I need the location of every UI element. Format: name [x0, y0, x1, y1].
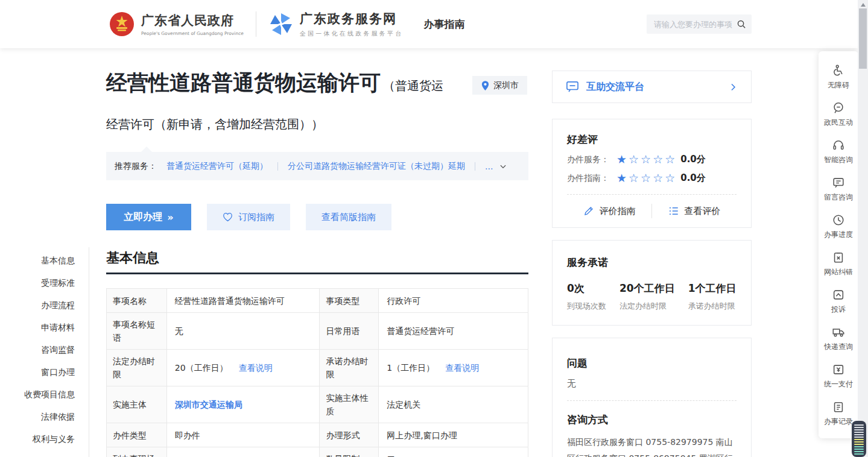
tool-message-consult[interactable]: 留言咨询 — [819, 171, 858, 208]
cell-label: 数量限制 — [320, 447, 379, 457]
service-title: 经营性道路普通货物运输许可 — [106, 71, 381, 95]
cell-label: 日常用语 — [320, 313, 379, 350]
service-guide-page: 广东省人民政府 People's Government of Guangdong… — [0, 0, 868, 457]
table-row: 事项名称 经营性道路普通货物运输许可 事项类型 行政许可 — [107, 289, 528, 313]
floating-toolbar: 无障碍 政民互动 智能咨询 留言咨询 办事进度 网站纠错 — [819, 51, 858, 438]
sidebar-item-window-handling[interactable]: 窗口办理 — [0, 361, 89, 383]
tool-unified-payment[interactable]: 统一支付 — [819, 358, 858, 395]
gov-logo[interactable]: 广东省人民政府 People's Government of Guangdong… — [109, 11, 244, 37]
table-row: 实施主体 深圳市交通运输局 实施主体性质 法定机关 — [107, 386, 528, 423]
cell-value: 即办件 — [166, 423, 320, 447]
cell-value: 深圳市交通运输局 — [166, 386, 320, 423]
sidebar-item-legal-remedy[interactable]: 法律救济 — [0, 450, 89, 457]
star-rating[interactable]: ★☆☆☆☆ — [616, 172, 677, 184]
tool-public-interaction[interactable]: 政民互动 — [819, 96, 858, 133]
scrollbar-thumb[interactable] — [859, 8, 867, 69]
rating-card-footer: 评价指南 查看评价 — [567, 195, 737, 227]
rating-card: 好差评 办件服务： ★☆☆☆☆ 0.0分 办件指南： ★☆☆☆☆ 0.0分 评价… — [552, 119, 752, 228]
view-simple-guide-label: 查看简版指南 — [322, 212, 376, 223]
cell-label: 承诺办结时限 — [320, 350, 379, 386]
clock-icon — [832, 213, 845, 227]
search-icon[interactable] — [737, 19, 747, 30]
gov-logo-subtitle: People's Government of Guangdong Provinc… — [141, 31, 244, 36]
chevron-right-icon — [729, 83, 738, 92]
tool-express-tracking[interactable]: 快递查询 — [819, 320, 858, 358]
gdzwfw-logo[interactable]: 广东政务服务网 全国一体化在线政务服务平台 — [268, 10, 404, 38]
stat-label: 法定办结时限 — [619, 301, 675, 312]
location-selector[interactable]: 深圳市 — [472, 76, 527, 95]
sidebar-item-process[interactable]: 办理流程 — [0, 294, 89, 317]
sidebar-item-acceptance-criteria[interactable]: 受理标准 — [0, 272, 89, 294]
pinwheel-logo-icon — [268, 11, 294, 37]
gdzwfw-logo-subtitle: 全国一体化在线政务服务平台 — [300, 30, 404, 38]
stat-value: 1个工作日 — [688, 282, 737, 295]
cell-value: 20（工作日）查看说明 — [166, 350, 320, 386]
sidebar-item-materials[interactable]: 申请材料 — [0, 317, 89, 339]
scrollbar-up-arrow[interactable] — [861, 3, 866, 7]
service-promise-card: 服务承诺 0次 到现场次数 20个工作日 法定办结时限 1个工作日 承诺办结时限 — [552, 240, 752, 326]
search-input[interactable] — [654, 20, 737, 29]
view-simple-guide-button[interactable]: 查看简版指南 — [306, 204, 391, 230]
header-search-box[interactable] — [647, 14, 752, 34]
table-row: 到办事现场次数 0 数量限制 无 — [107, 447, 528, 457]
section-nav-sidebar: 基本信息 受理标准 办理流程 申请材料 咨询监督 窗口办理 收费项目信息 法律依… — [0, 247, 89, 457]
stat-label: 承诺办结时限 — [688, 301, 737, 312]
consult-title: 咨询方式 — [567, 413, 737, 427]
page-title: 经营性道路普通货物运输许可（普通货运经营许可（新申请，含增加经营范围）） — [106, 64, 444, 144]
message-square-icon — [832, 176, 845, 189]
subscribe-guide-button[interactable]: 订阅指南 — [207, 204, 290, 230]
view-explanation-link[interactable]: 查看说明 — [239, 363, 273, 373]
cell-label: 事项名称短语 — [107, 313, 167, 350]
sidebar-item-consult-supervise[interactable]: 咨询监督 — [0, 339, 89, 361]
browser-extension-widget[interactable] — [852, 421, 866, 457]
list-icon — [668, 206, 679, 216]
cell-value: 无 — [166, 313, 320, 350]
sidebar-item-legal-basis[interactable]: 法律依据 — [0, 406, 89, 428]
cell-label: 实施主体 — [107, 386, 167, 423]
headset-icon — [832, 139, 845, 152]
sidebar-item-basic-info[interactable]: 基本信息 — [0, 250, 89, 272]
tool-accessibility[interactable]: 无障碍 — [819, 58, 858, 96]
dashed-divider — [567, 400, 737, 401]
question-value: 无 — [567, 378, 737, 389]
cell-value: 1（工作日）查看说明 — [379, 350, 528, 386]
location-label: 深圳市 — [493, 80, 519, 91]
cell-value: 网上办理,窗口办理 — [379, 423, 528, 447]
stat-legal-time-limit: 20个工作日 法定办结时限 — [619, 282, 675, 312]
recommend-link-2[interactable]: 分公司道路货物运输经营许可证（未过期）延期 — [288, 161, 465, 172]
cell-label: 事项类型 — [320, 289, 379, 313]
recommend-separator — [277, 162, 278, 171]
truck-icon — [832, 326, 845, 339]
rating-card-title: 好差评 — [567, 133, 737, 147]
recommend-link-1[interactable]: 普通货运经营许可（延期） — [166, 161, 268, 172]
star-rating[interactable]: ★☆☆☆☆ — [616, 154, 677, 165]
tool-site-error-report[interactable]: 网站纠错 — [819, 245, 858, 283]
tool-complaint[interactable]: 投诉 — [819, 283, 858, 320]
sidebar-item-rights-obligations[interactable]: 权利与义务 — [0, 428, 89, 450]
rating-row-guide: 办件指南： ★☆☆☆☆ 0.0分 — [567, 172, 737, 184]
gdzwfw-logo-title: 广东政务服务网 — [300, 10, 404, 27]
cell-value: 0 — [166, 447, 320, 457]
tool-smart-consult[interactable]: 智能咨询 — [819, 133, 858, 171]
implementing-agency-link[interactable]: 深圳市交通运输局 — [175, 400, 242, 409]
stat-value: 0次 — [567, 282, 606, 295]
recommend-more-link[interactable]: ... — [485, 162, 493, 171]
rating-guide-button[interactable]: 评价指南 — [567, 206, 651, 217]
mutual-help-platform-card[interactable]: 互助交流平台 — [552, 71, 752, 103]
pencil-icon — [583, 206, 594, 216]
view-explanation-link[interactable]: 查看说明 — [445, 363, 479, 373]
cell-value: 行政许可 — [379, 289, 528, 313]
apply-now-label: 立即办理 — [124, 211, 162, 224]
basic-info-table: 事项名称 经营性道路普通货物运输许可 事项类型 行政许可 事项名称短语 无 日常… — [106, 288, 528, 457]
double-arrow-icon: » — [167, 212, 173, 223]
tool-progress[interactable]: 办事进度 — [819, 208, 858, 245]
payment-yuan-icon — [832, 363, 845, 376]
nav-service-guide[interactable]: 办事指南 — [423, 17, 464, 31]
apply-now-button[interactable]: 立即办理 » — [106, 204, 191, 230]
service-promise-stats: 0次 到现场次数 20个工作日 法定办结时限 1个工作日 承诺办结时限 — [567, 282, 737, 312]
chevron-down-icon[interactable] — [499, 162, 507, 171]
sidebar-item-fees[interactable]: 收费项目信息 — [0, 383, 89, 406]
browser-scrollbar[interactable] — [858, 0, 868, 457]
action-buttons: 立即办理 » 订阅指南 查看简版指南 — [106, 204, 391, 230]
view-ratings-button[interactable]: 查看评价 — [652, 206, 737, 217]
